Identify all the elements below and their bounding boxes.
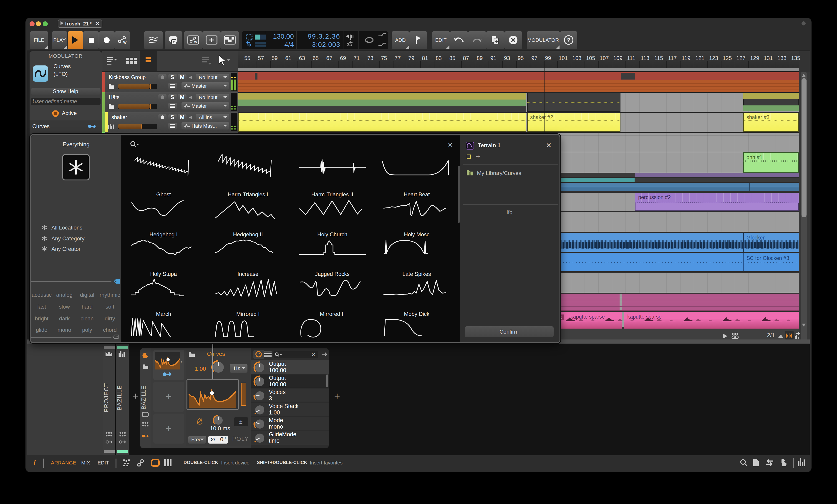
svg-text:w: w	[123, 40, 127, 44]
svg-text:w: w	[194, 40, 197, 44]
svg-text:?: ?	[567, 37, 570, 44]
